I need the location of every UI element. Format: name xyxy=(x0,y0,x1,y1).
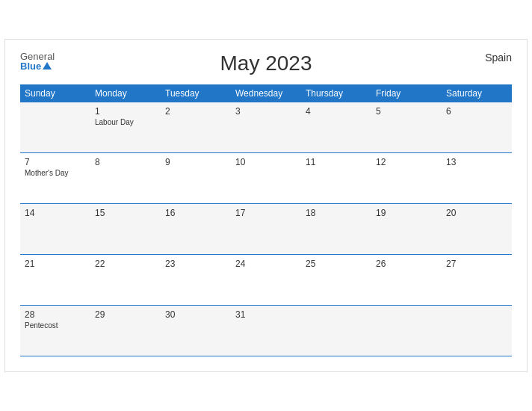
day-cell: 30 xyxy=(161,306,231,356)
day-number: 2 xyxy=(165,106,226,117)
day-number: 25 xyxy=(306,259,367,269)
day-cell: 6 xyxy=(442,102,512,153)
day-number: 12 xyxy=(376,157,437,167)
calendar-header: General Blue May 2023 Spain xyxy=(20,52,512,75)
day-number: 23 xyxy=(165,259,226,269)
day-number: 29 xyxy=(95,309,156,320)
day-number: 28 xyxy=(25,309,86,320)
weekday-header-monday: Monday xyxy=(90,84,161,102)
day-number: 4 xyxy=(306,106,367,117)
day-cell: 15 xyxy=(90,204,161,255)
day-cell: 29 xyxy=(90,306,161,356)
day-cell: 12 xyxy=(371,153,442,204)
day-cell: 19 xyxy=(371,204,442,255)
day-number: 14 xyxy=(25,208,86,218)
day-number: 31 xyxy=(235,309,297,320)
week-row-4: 21222324252627 xyxy=(20,255,512,306)
day-cell: 3 xyxy=(231,102,301,153)
day-cell: 31 xyxy=(231,306,301,356)
day-cell: 10 xyxy=(231,153,301,204)
day-cell: 27 xyxy=(442,255,512,306)
logo-general-text: General xyxy=(20,52,55,61)
day-cell: 20 xyxy=(442,204,512,255)
weekday-header-thursday: Thursday xyxy=(301,84,371,102)
day-number: 30 xyxy=(165,309,226,320)
day-number: 19 xyxy=(376,208,437,218)
day-cell: 16 xyxy=(161,204,231,255)
day-number: 13 xyxy=(446,157,507,167)
day-number: 15 xyxy=(95,208,156,218)
day-number: 5 xyxy=(376,106,437,117)
day-cell: 9 xyxy=(161,153,231,204)
day-number: 8 xyxy=(95,157,156,167)
weekday-header-sunday: Sunday xyxy=(20,84,90,102)
day-number: 18 xyxy=(306,208,367,218)
day-number: 6 xyxy=(446,106,507,117)
day-cell: 26 xyxy=(371,255,442,306)
day-cell: 4 xyxy=(301,102,371,153)
day-cell: 23 xyxy=(161,255,231,306)
day-cell: 22 xyxy=(90,255,161,306)
week-row-1: 1Labour Day23456 xyxy=(20,102,512,153)
event-label: Mother's Day xyxy=(25,169,86,177)
day-cell: 28Pentecost xyxy=(20,306,90,356)
day-cell xyxy=(371,306,442,356)
day-cell: 24 xyxy=(231,255,301,306)
day-number: 26 xyxy=(376,259,437,269)
weekday-header-saturday: Saturday xyxy=(442,84,512,102)
day-number: 1 xyxy=(95,106,156,117)
day-cell xyxy=(301,306,371,356)
weekday-header-wednesday: Wednesday xyxy=(231,84,301,102)
country-label: Spain xyxy=(485,52,512,64)
day-cell: 1Labour Day xyxy=(90,102,161,153)
day-cell: 25 xyxy=(301,255,371,306)
day-cell xyxy=(20,102,90,153)
logo-triangle-icon xyxy=(43,62,52,69)
day-number: 7 xyxy=(25,157,86,167)
week-row-2: 7Mother's Day8910111213 xyxy=(20,153,512,204)
day-cell: 13 xyxy=(442,153,512,204)
weekday-header-friday: Friday xyxy=(371,84,442,102)
day-number: 3 xyxy=(235,106,297,117)
weekday-header-row: SundayMondayTuesdayWednesdayThursdayFrid… xyxy=(20,84,512,102)
calendar-container: General Blue May 2023 Spain SundayMonday… xyxy=(4,39,528,373)
day-number: 22 xyxy=(95,259,156,269)
day-number: 16 xyxy=(165,208,226,218)
day-number: 17 xyxy=(235,208,297,218)
day-cell: 2 xyxy=(161,102,231,153)
event-label: Pentecost xyxy=(25,321,86,330)
day-cell: 11 xyxy=(301,153,371,204)
calendar-table: SundayMondayTuesdayWednesdayThursdayFrid… xyxy=(20,84,512,357)
day-number: 27 xyxy=(446,259,507,269)
day-number: 11 xyxy=(306,157,367,167)
calendar-title: May 2023 xyxy=(220,52,312,75)
event-label: Labour Day xyxy=(95,118,156,126)
day-number: 24 xyxy=(235,259,297,269)
logo-blue-text: Blue xyxy=(20,61,55,71)
week-row-3: 14151617181920 xyxy=(20,204,512,255)
day-number: 21 xyxy=(25,259,86,269)
day-cell: 7Mother's Day xyxy=(20,153,90,204)
week-row-5: 28Pentecost293031 xyxy=(20,306,512,356)
day-cell: 5 xyxy=(371,102,442,153)
day-cell: 18 xyxy=(301,204,371,255)
day-cell: 8 xyxy=(90,153,161,204)
day-number: 20 xyxy=(446,208,507,218)
logo: General Blue xyxy=(20,52,55,71)
day-cell: 17 xyxy=(231,204,301,255)
weekday-header-tuesday: Tuesday xyxy=(161,84,231,102)
day-number: 10 xyxy=(235,157,297,167)
day-cell xyxy=(442,306,512,356)
day-cell: 14 xyxy=(20,204,90,255)
day-cell: 21 xyxy=(20,255,90,306)
day-number: 9 xyxy=(165,157,226,167)
